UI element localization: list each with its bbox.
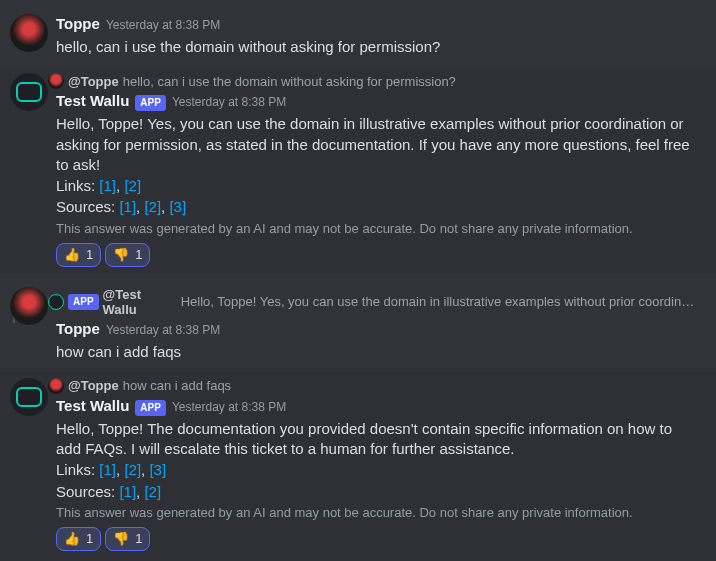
reply-username: @Test Wallu [103, 287, 177, 317]
username[interactable]: Test Wallu [56, 91, 129, 111]
username[interactable]: Toppe [56, 319, 100, 339]
sources-label: Sources: [56, 198, 115, 215]
reply-username: @Toppe [68, 74, 119, 89]
ai-disclaimer: This answer was generated by an AI and m… [56, 504, 700, 522]
links-line: Links: [1], [2] [56, 176, 700, 196]
link[interactable]: [2] [124, 177, 141, 194]
message-body: Hello, Toppe! The documentation you prov… [56, 419, 700, 460]
thumbs-up-icon: 👍 [64, 530, 80, 548]
reaction-count: 1 [86, 246, 93, 264]
thumbs-up-icon: 👍 [64, 246, 80, 264]
avatar[interactable] [10, 287, 48, 325]
message-body: Hello, Toppe! Yes, you can use the domai… [56, 114, 700, 175]
links-label: Links: [56, 461, 95, 478]
reply-avatar [48, 73, 64, 89]
message-header: Test Wallu APP Yesterday at 8:38 PM [56, 91, 700, 112]
thumbs-down-icon: 👎 [113, 530, 129, 548]
links-label: Links: [56, 177, 95, 194]
reply-indicator[interactable]: @Toppe hello, can i use the domain witho… [16, 73, 700, 89]
reply-avatar [48, 378, 64, 394]
ai-disclaimer: This answer was generated by an AI and m… [56, 220, 700, 238]
sources-line: Sources: [1], [2] [56, 482, 700, 502]
avatar[interactable] [10, 378, 48, 416]
reaction-thumbs-up[interactable]: 👍 1 [56, 527, 101, 551]
avatar[interactable] [10, 73, 48, 111]
app-badge: APP [68, 294, 99, 310]
timestamp: Yesterday at 8:38 PM [106, 15, 220, 35]
message-header: Toppe Yesterday at 8:38 PM [56, 319, 700, 340]
reply-preview: hello, can i use the domain without aski… [123, 74, 456, 89]
reaction-count: 1 [135, 246, 142, 264]
sources-label: Sources: [56, 483, 115, 500]
reactions-row: 👍 1 👎 1 [56, 243, 700, 267]
source-link[interactable]: [2] [144, 198, 161, 215]
reaction-count: 1 [135, 530, 142, 548]
reply-indicator[interactable]: @Toppe how can i add faqs [16, 378, 700, 394]
reply-indicator[interactable]: APP @Test Wallu Hello, Toppe! Yes, you c… [16, 287, 700, 317]
username[interactable]: Toppe [56, 14, 100, 34]
reaction-thumbs-up[interactable]: 👍 1 [56, 243, 101, 267]
reply-preview: how can i add faqs [123, 378, 231, 393]
thumbs-down-icon: 👎 [113, 246, 129, 264]
app-badge: APP [135, 400, 166, 416]
reply-username: @Toppe [68, 378, 119, 393]
links-line: Links: [1], [2], [3] [56, 460, 700, 480]
link[interactable]: [3] [149, 461, 166, 478]
message-group: @Toppe how can i add faqs Test Wallu APP… [0, 372, 716, 561]
reaction-thumbs-down[interactable]: 👎 1 [105, 243, 150, 267]
timestamp: Yesterday at 8:38 PM [172, 397, 286, 417]
message-content: how can i add faqs [56, 342, 700, 362]
message-content: hello, can i use the domain without aski… [56, 37, 700, 57]
message-content: Hello, Toppe! Yes, you can use the domai… [56, 114, 700, 266]
link[interactable]: [2] [124, 461, 141, 478]
app-badge: APP [135, 95, 166, 111]
reply-avatar [48, 294, 64, 310]
message-group: @Toppe hello, can i use the domain witho… [0, 67, 716, 272]
source-link[interactable]: [1] [119, 198, 136, 215]
source-link[interactable]: [1] [119, 483, 136, 500]
avatar[interactable] [10, 14, 48, 52]
message-header: Toppe Yesterday at 8:38 PM [56, 14, 700, 35]
reactions-row: 👍 1 👎 1 [56, 527, 700, 551]
reaction-count: 1 [86, 530, 93, 548]
source-link[interactable]: [3] [169, 198, 186, 215]
reaction-thumbs-down[interactable]: 👎 1 [105, 527, 150, 551]
message-group: APP @Test Wallu Hello, Toppe! Yes, you c… [0, 281, 716, 364]
timestamp: Yesterday at 8:38 PM [172, 92, 286, 112]
link[interactable]: [1] [99, 461, 116, 478]
sources-line: Sources: [1], [2], [3] [56, 197, 700, 217]
source-link[interactable]: [2] [144, 483, 161, 500]
message-header: Test Wallu APP Yesterday at 8:38 PM [56, 396, 700, 417]
message-group: Toppe Yesterday at 8:38 PM hello, can i … [0, 8, 716, 59]
username[interactable]: Test Wallu [56, 396, 129, 416]
link[interactable]: [1] [99, 177, 116, 194]
reply-preview: Hello, Toppe! Yes, you can use the domai… [181, 294, 700, 309]
message-content: Hello, Toppe! The documentation you prov… [56, 419, 700, 561]
timestamp: Yesterday at 8:38 PM [106, 320, 220, 340]
